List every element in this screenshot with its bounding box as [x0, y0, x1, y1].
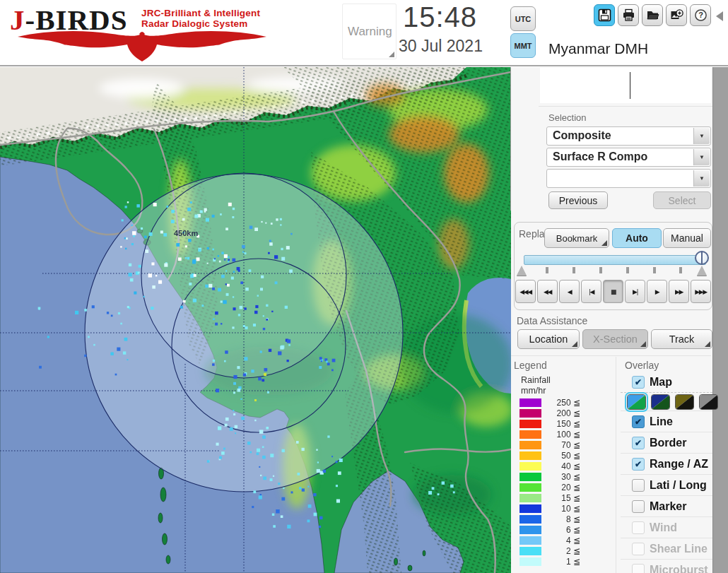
- legend-row: 100 ≦: [519, 429, 580, 439]
- overlay-label: Overlay: [625, 360, 659, 371]
- overlay-item-label: Shear Line: [650, 543, 708, 555]
- legend-swatch: [519, 398, 541, 407]
- annotation-box[interactable]: [540, 68, 711, 103]
- open-folder-button[interactable]: [642, 4, 663, 26]
- legend-row: 30 ≦: [519, 471, 580, 482]
- forward-fast-button[interactable]: ▶▶: [669, 280, 689, 303]
- marker-checkbox[interactable]: [632, 500, 645, 513]
- timeline-end-marker[interactable]: [697, 266, 707, 276]
- legend-row: 250 ≦: [519, 397, 580, 408]
- resize-grip-icon: [389, 52, 394, 57]
- legend-label: Legend: [514, 360, 547, 371]
- legend-swatch: [519, 536, 541, 545]
- replay-timeline-track[interactable]: [524, 255, 706, 265]
- legend-swatch: [519, 441, 541, 449]
- timeline-tick: [679, 267, 682, 273]
- previous-button[interactable]: Previous: [548, 191, 608, 209]
- help-button[interactable]: ?: [690, 4, 711, 26]
- legend-value: 200 ≦: [541, 408, 580, 418]
- chevron-down-icon[interactable]: ▼: [693, 149, 710, 165]
- site-selector-value: Composite: [553, 129, 611, 142]
- button-label: Track: [669, 333, 695, 345]
- legend-swatch: [519, 430, 541, 439]
- legend-swatch: [519, 557, 541, 566]
- save-button[interactable]: [594, 4, 615, 26]
- legend-row: 4 ≦: [519, 535, 580, 545]
- play-forward-button[interactable]: ▶: [647, 280, 667, 303]
- track-button[interactable]: Track: [651, 329, 712, 349]
- select-button[interactable]: Select: [653, 191, 711, 209]
- overlay-item-label: Lati / Long: [650, 479, 707, 492]
- overlay-row-shear-line: Shear Line: [621, 538, 712, 559]
- chevron-down-icon[interactable]: ▼: [693, 128, 710, 144]
- bookmark-button[interactable]: Bookmark: [544, 228, 609, 248]
- legend-swatch: [519, 504, 541, 513]
- product-selector[interactable]: Surface R Compo▼: [546, 148, 711, 167]
- map-style-gray-swatch[interactable]: [699, 394, 718, 410]
- rewind-fast-button[interactable]: ◀◀: [537, 280, 558, 303]
- map-style-swatches: [621, 392, 712, 410]
- utc-button[interactable]: UTC: [510, 6, 536, 31]
- sub-product-selector[interactable]: ▼: [546, 169, 711, 188]
- map-style-dark-swatch[interactable]: [651, 394, 670, 410]
- data-assistance-label: Data Assistance: [517, 315, 587, 326]
- site-title: Myanmar DMH: [548, 40, 648, 57]
- overlay-row-microburst: Microburst: [621, 559, 712, 573]
- stop-button[interactable]: ■: [603, 280, 623, 303]
- auto-mode-button[interactable]: Auto: [612, 228, 662, 248]
- rewind-fastest-button[interactable]: ◀◀◀: [515, 280, 536, 303]
- legend-swatch: [519, 420, 541, 428]
- step-forward-button[interactable]: ▶|: [625, 280, 645, 303]
- line-checkbox[interactable]: ✔: [632, 415, 645, 428]
- selection-label: Selection: [548, 112, 586, 123]
- site-selector[interactable]: Composite▼: [546, 126, 711, 146]
- menu-grip-icon: [572, 341, 577, 347]
- legend-unit-line2: mm/hr: [521, 386, 546, 396]
- legend-value: 50 ≦: [541, 451, 580, 461]
- legend-unit-line1: Rainfall: [521, 375, 551, 385]
- manual-mode-button[interactable]: Manual: [663, 228, 711, 248]
- legend-swatch: [519, 483, 541, 492]
- menu-grip-icon: [705, 341, 710, 347]
- radar-map[interactable]: 450km: [0, 67, 511, 573]
- timeline-tick: [626, 267, 629, 273]
- legend-value: 150 ≦: [541, 419, 580, 429]
- export-image-button[interactable]: [666, 4, 687, 26]
- map-style-terrain-swatch[interactable]: [627, 394, 646, 410]
- menu-grip-icon: [601, 240, 607, 246]
- mmt-button[interactable]: MMT: [510, 33, 536, 58]
- button-label: Location: [529, 333, 568, 345]
- eagle-logo: [8, 28, 276, 62]
- range-az-checkbox[interactable]: ✔: [632, 458, 645, 471]
- overlay-item-label: Microburst: [650, 564, 708, 573]
- warning-label: Warning: [348, 25, 392, 38]
- export-image-icon: [670, 8, 683, 22]
- radar-map-canvas: [0, 67, 511, 573]
- chevron-down-icon[interactable]: ▼: [693, 170, 710, 187]
- microburst-checkbox: [632, 564, 645, 573]
- border-checkbox[interactable]: ✔: [632, 437, 645, 449]
- legend-row: 10 ≦: [519, 503, 580, 514]
- replay-timeline-handle[interactable]: [695, 251, 709, 265]
- timeline-tick: [546, 267, 548, 273]
- x-section-button[interactable]: X-Section: [582, 329, 648, 349]
- step-backward-button[interactable]: |◀: [581, 280, 601, 303]
- logo-slogan-line2: Radar Dialogic System: [141, 18, 260, 29]
- print-button[interactable]: [618, 4, 639, 26]
- panel-collapse-icon[interactable]: [716, 11, 723, 21]
- separator: [539, 106, 712, 107]
- legend-row: 8 ≦: [519, 514, 580, 524]
- legend-row: 15 ≦: [519, 492, 580, 503]
- warning-button[interactable]: Warning: [342, 4, 397, 59]
- legend-value: 15 ≦: [541, 493, 580, 503]
- button-label: X-Section: [593, 333, 638, 345]
- legend-row: 40 ≦: [519, 461, 580, 471]
- map-checkbox[interactable]: ✔: [632, 376, 645, 389]
- map-style-olive-swatch[interactable]: [675, 394, 694, 410]
- forward-fastest-button[interactable]: ▶▶▶: [691, 280, 711, 303]
- bookmark-label: Bookmark: [556, 233, 598, 244]
- timeline-start-marker[interactable]: [517, 266, 527, 276]
- lati-long-checkbox[interactable]: [632, 479, 645, 492]
- location-button[interactable]: Location: [517, 329, 580, 349]
- play-reverse-button[interactable]: ◀: [559, 280, 580, 303]
